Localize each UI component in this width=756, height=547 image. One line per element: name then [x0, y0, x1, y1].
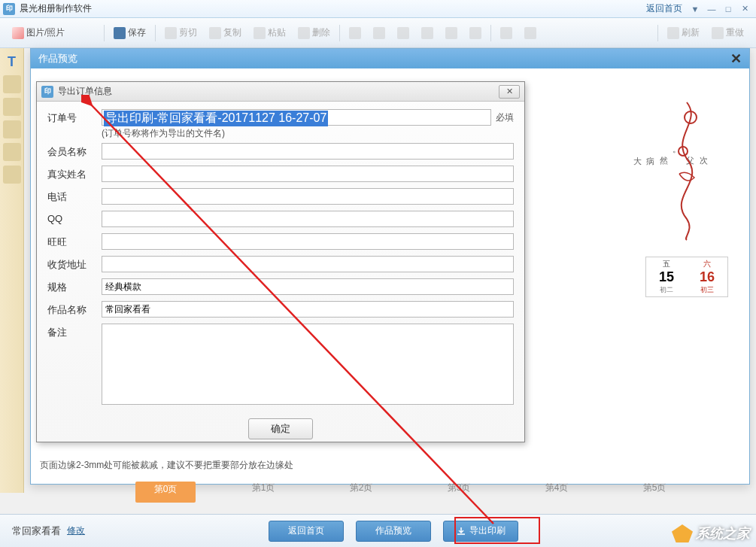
cal-header-6: 六: [688, 259, 726, 269]
generic-icon: [469, 27, 481, 39]
paste-button[interactable]: 粘贴: [247, 23, 292, 44]
modify-link[interactable]: 修改: [67, 524, 85, 537]
order-dialog-close-button[interactable]: ✕: [499, 85, 520, 99]
page-preview-content: 次 父 。 然 病 大 五 15 初二 六 16 初三: [645, 99, 728, 302]
delete-label: 删除: [312, 26, 330, 39]
required-label: 必填: [496, 109, 514, 124]
close-button[interactable]: ✕: [736, 3, 753, 15]
watermark-text: 系统之家: [696, 524, 750, 542]
member-input[interactable]: [102, 143, 514, 160]
cut-label: 剪切: [179, 26, 197, 39]
wangwang-input[interactable]: [102, 233, 514, 250]
thumb-page-4[interactable]: 第4页: [527, 482, 587, 503]
member-label: 会员名称: [47, 143, 102, 159]
preview-header: 作品预览 ✕: [31, 49, 749, 68]
realname-label: 真实姓名: [47, 166, 102, 181]
generic-icon: [349, 27, 361, 39]
refresh-icon: [667, 27, 679, 39]
photo-panel-tab[interactable]: 图片/照片: [6, 23, 71, 44]
order-no-input[interactable]: 导出印刷-常回家看看-20171127 16-27-07: [104, 111, 328, 126]
phone-input[interactable]: [102, 188, 514, 205]
delete-icon: [298, 27, 310, 39]
order-no-hint: (订单号称将作为导出的文件名): [102, 127, 491, 140]
save-button[interactable]: 保存: [108, 23, 152, 44]
copy-label: 复制: [223, 26, 241, 39]
redo-icon: [712, 27, 724, 39]
watermark: 系统之家: [672, 524, 750, 542]
realname-input[interactable]: [102, 166, 514, 182]
calendar-widget: 五 15 初二 六 16 初三: [645, 257, 728, 297]
export-print-button[interactable]: 导出印刷: [443, 521, 518, 542]
project-name: 常回家看看: [12, 524, 61, 538]
home-button-label: 返回首页: [288, 524, 324, 537]
qq-input[interactable]: [102, 211, 514, 227]
photo-icon: [12, 27, 24, 39]
thumb-page-1[interactable]: 第1页: [233, 482, 293, 503]
address-label: 收货地址: [47, 256, 102, 272]
app-icon: 印: [3, 3, 15, 15]
thumb-page-3[interactable]: 第3页: [429, 482, 489, 503]
bottom-bar: 常回家看看 修改 返回首页 作品预览 导出印刷: [0, 514, 756, 547]
refresh-button[interactable]: 刷新: [661, 23, 706, 44]
tool-2[interactable]: [367, 23, 391, 44]
generic-icon: [373, 27, 385, 39]
tool-8[interactable]: [518, 23, 542, 44]
sidebar-tool-3[interactable]: [3, 98, 21, 116]
crop-hint-text: 页面边缘2-3mm处可能被裁减，建议不要把重要部分放在边缘处: [40, 459, 293, 472]
tool-3[interactable]: [391, 23, 415, 44]
preview-button-label: 作品预览: [375, 524, 411, 537]
remark-textarea[interactable]: [102, 324, 514, 405]
page-thumbnails: 第0页 第1页 第2页 第3页 第4页 第5页: [30, 482, 750, 503]
tool-1[interactable]: [343, 23, 367, 44]
tool-7[interactable]: [494, 23, 518, 44]
cut-button[interactable]: 剪切: [159, 23, 203, 44]
order-dialog-titlebar: 印 导出订单信息 ✕: [37, 82, 524, 102]
redo-label: 重做: [726, 26, 744, 39]
remark-label: 备注: [47, 324, 102, 339]
sidebar-tool-6[interactable]: [3, 166, 21, 184]
spec-label: 规格: [47, 278, 102, 294]
tool-5[interactable]: [439, 23, 463, 44]
preview-title: 作品预览: [38, 52, 77, 65]
sidebar-tool-5[interactable]: [3, 143, 21, 161]
dropdown-icon[interactable]: ▼: [687, 3, 703, 15]
preview-button[interactable]: 作品预览: [356, 521, 431, 542]
watermark-icon: [672, 524, 693, 542]
redo-button[interactable]: 重做: [706, 23, 750, 44]
cal-sub-16: 初三: [688, 285, 726, 295]
back-home-link[interactable]: 返回首页: [646, 2, 682, 15]
qq-label: QQ: [47, 211, 102, 224]
thumb-page-0[interactable]: 第0页: [135, 482, 196, 503]
app-title: 晨光相册制作软件: [20, 2, 92, 15]
copy-icon: [209, 27, 221, 39]
work-label: 作品名称: [47, 301, 102, 317]
export-button-label: 导出印刷: [469, 524, 506, 537]
preview-close-button[interactable]: ✕: [730, 50, 742, 67]
address-input[interactable]: [102, 256, 514, 272]
work-input[interactable]: [102, 301, 514, 318]
ok-button[interactable]: 确定: [248, 418, 313, 439]
sidebar-tool-4[interactable]: [3, 120, 21, 138]
generic-icon: [421, 27, 433, 39]
save-label: 保存: [128, 26, 146, 39]
generic-icon: [500, 27, 512, 39]
home-button[interactable]: 返回首页: [269, 521, 344, 542]
tool-4[interactable]: [415, 23, 439, 44]
spec-input[interactable]: [102, 278, 514, 295]
main-toolbar: 图片/照片 保存 剪切 复制 粘贴 删除 刷新 重做: [0, 18, 756, 48]
order-dialog-title: 导出订单信息: [58, 85, 112, 98]
copy-button[interactable]: 复制: [203, 23, 247, 44]
thumb-page-5[interactable]: 第5页: [624, 482, 685, 503]
text-tool[interactable]: T: [3, 53, 21, 71]
maximize-button[interactable]: □: [720, 3, 736, 15]
minimize-button[interactable]: —: [703, 3, 720, 15]
generic-icon: [397, 27, 409, 39]
tool-6[interactable]: [463, 23, 487, 44]
sidebar-tool-2[interactable]: [3, 75, 21, 93]
flourish-graphic: [664, 99, 709, 242]
thumb-page-2[interactable]: 第2页: [331, 482, 391, 503]
cal-header-5: 五: [648, 259, 685, 269]
delete-button[interactable]: 删除: [292, 23, 336, 44]
phone-label: 电话: [47, 188, 102, 204]
order-form: 订单号 导出印刷-常回家看看-20171127 16-27-07 (订单号称将作…: [37, 102, 524, 447]
